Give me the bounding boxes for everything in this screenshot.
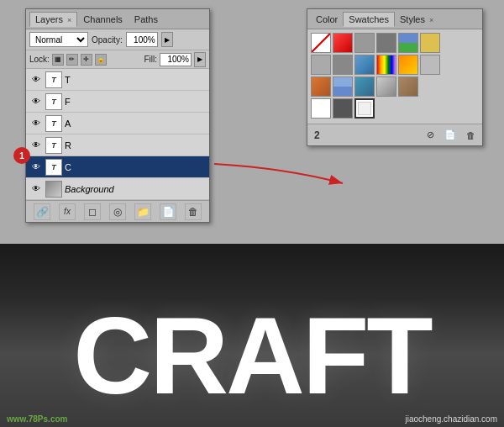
swatch-landscape1[interactable] xyxy=(398,33,418,53)
layer-mask-icon[interactable]: ◻ xyxy=(84,203,101,220)
fill-arrow[interactable]: ▶ xyxy=(194,52,206,67)
layer-styles-icon[interactable]: fx xyxy=(59,203,76,220)
fill-adjustment-icon[interactable]: ◎ xyxy=(109,203,126,220)
swatch-gray5[interactable] xyxy=(420,55,440,75)
tab-color[interactable]: Color xyxy=(311,13,343,26)
craft-text-container: CRAFT xyxy=(0,301,504,410)
layer-thumb-F: T xyxy=(45,93,62,110)
layer-name-background: Background xyxy=(65,184,206,194)
layer-row-T[interactable]: 👁 T T xyxy=(26,69,209,91)
layer-row-C[interactable]: 👁 T C xyxy=(26,156,209,178)
opacity-label: Opacity: xyxy=(92,35,123,45)
swatch-water[interactable] xyxy=(354,76,375,97)
layers-list: 👁 T T 👁 T F 👁 T A 👁 T R xyxy=(26,69,209,200)
swatches-delete-icon[interactable]: ⊘ xyxy=(422,127,438,144)
lock-label: Lock: xyxy=(29,55,50,64)
layer-name-C: C xyxy=(65,162,206,172)
layer-thumb-R: T xyxy=(45,137,62,154)
blend-mode-select[interactable]: Normal xyxy=(29,32,88,47)
new-group-icon[interactable]: 📁 xyxy=(134,203,151,220)
layer-row-background[interactable]: 👁 Background xyxy=(26,178,209,200)
top-area: Layers × Channels Paths Normal Opacity: … xyxy=(0,0,504,244)
layer-row-A[interactable]: 👁 T A xyxy=(26,113,209,134)
layer-name-A: A xyxy=(65,119,206,129)
swatches-tabs: Color Swatches Styles × xyxy=(307,9,482,29)
swatches-row-1 xyxy=(311,33,479,53)
link-layers-icon[interactable]: 🔗 xyxy=(34,203,50,220)
layer-row-F[interactable]: 👁 T F xyxy=(26,91,209,113)
swatch-white[interactable] xyxy=(311,98,331,119)
tab-swatches[interactable]: Swatches xyxy=(343,12,395,27)
layer-thumb-A: T xyxy=(45,115,62,132)
swatch-yellow[interactable] xyxy=(420,33,440,53)
blend-opacity-controls: Normal Opacity: ▶ xyxy=(26,29,209,50)
layer-name-F: F xyxy=(65,97,206,107)
swatch-red[interactable] xyxy=(333,33,353,53)
close-layers-icon[interactable]: × xyxy=(67,16,71,24)
badge-2-inline: 2 xyxy=(314,129,320,141)
layer-thumb-background xyxy=(45,181,62,198)
lock-position-icon[interactable]: ✛ xyxy=(81,54,92,66)
swatch-gray3[interactable] xyxy=(311,55,331,75)
swatches-grid xyxy=(307,29,482,124)
swatch-gray1[interactable] xyxy=(354,33,375,53)
eye-icon-T[interactable]: 👁 xyxy=(29,73,43,87)
swatches-bottom-bar: 2 ⊘ 📄 🗑 xyxy=(307,124,482,145)
eye-icon-A[interactable]: 👁 xyxy=(29,117,43,130)
layer-thumb-C: T xyxy=(45,159,62,176)
eye-icon-background[interactable]: 👁 xyxy=(29,182,43,196)
fill-label: Fill: xyxy=(144,55,157,64)
opacity-arrow[interactable]: ▶ xyxy=(161,32,173,47)
eye-icon-R[interactable]: 👁 xyxy=(29,139,43,152)
swatches-panel: Color Swatches Styles × xyxy=(307,8,483,146)
panel-tabs: Layers × Channels Paths xyxy=(26,9,209,29)
swatch-none[interactable] xyxy=(311,33,331,53)
swatches-row-2 xyxy=(311,55,479,75)
fill-input[interactable] xyxy=(160,53,192,66)
swatch-charcoal[interactable] xyxy=(333,98,353,119)
badge-1: 1 xyxy=(13,147,30,164)
tab-styles[interactable]: Styles × xyxy=(395,13,438,26)
close-swatches-icon[interactable]: × xyxy=(429,16,433,24)
swatch-gray2[interactable] xyxy=(376,33,396,53)
swatch-gray4[interactable] xyxy=(333,55,353,75)
tab-channels[interactable]: Channels xyxy=(77,12,128,27)
watermark-right: jiaocheng.chazidian.com xyxy=(405,414,497,424)
lock-transparency-icon[interactable]: ▦ xyxy=(52,54,64,66)
tab-layers[interactable]: Layers × xyxy=(29,12,77,27)
swatches-row-3 xyxy=(311,76,479,97)
layer-thumb-T: T xyxy=(45,71,62,88)
layers-bottom-bar: 🔗 fx ◻ ◎ 📁 📄 🗑 xyxy=(26,200,209,222)
craft-text: CRAFT xyxy=(73,301,430,410)
swatch-brown[interactable] xyxy=(398,76,418,97)
swatch-selected[interactable] xyxy=(354,98,375,119)
lock-all-icon[interactable]: 🔒 xyxy=(95,54,107,66)
swatch-orange[interactable] xyxy=(311,76,331,97)
layers-panel: Layers × Channels Paths Normal Opacity: … xyxy=(25,8,210,223)
new-layer-icon[interactable]: 📄 xyxy=(160,203,176,220)
delete-layer-icon[interactable]: 🗑 xyxy=(185,203,202,220)
eye-icon-C[interactable]: 👁 xyxy=(29,161,43,174)
swatches-trash-icon[interactable]: 🗑 xyxy=(462,127,479,144)
tab-paths[interactable]: Paths xyxy=(129,12,164,27)
swatch-gold[interactable] xyxy=(398,55,418,75)
bottom-area: CRAFT www.78Ps.com jiaocheng.chazidian.c… xyxy=(0,244,504,427)
swatch-silver[interactable] xyxy=(376,76,396,97)
layer-row-R[interactable]: 👁 T R xyxy=(26,134,209,156)
swatch-rainbow[interactable] xyxy=(376,55,396,75)
swatch-landscape2[interactable] xyxy=(354,55,375,75)
layer-name-R: R xyxy=(65,140,206,150)
lock-row: Lock: ▦ ✏ ✛ 🔒 Fill: ▶ xyxy=(26,50,209,69)
opacity-input[interactable] xyxy=(126,32,158,47)
watermark-left: www.78Ps.com xyxy=(7,414,67,424)
layer-name-T: T xyxy=(65,75,206,85)
swatch-blue-sky[interactable] xyxy=(333,76,353,97)
lock-image-icon[interactable]: ✏ xyxy=(66,54,78,66)
swatches-row-4 xyxy=(311,98,479,119)
swatches-new-icon[interactable]: 📄 xyxy=(442,127,459,144)
eye-icon-F[interactable]: 👁 xyxy=(29,95,43,108)
